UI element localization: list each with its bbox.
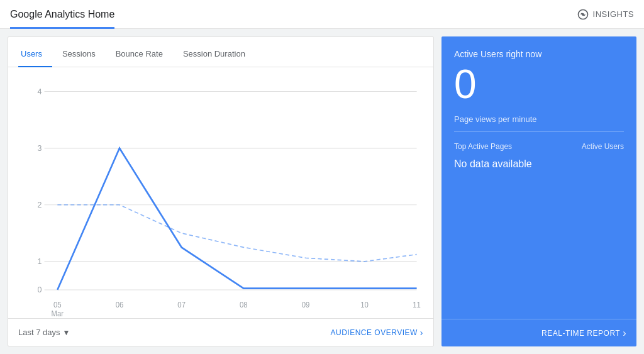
svg-text:11: 11	[413, 301, 421, 310]
top-pages-header: Top Active Pages	[454, 142, 512, 151]
svg-text:10: 10	[360, 301, 369, 310]
dropdown-arrow-icon: ▼	[63, 328, 70, 337]
svg-text:06: 06	[116, 301, 124, 310]
audience-overview-link[interactable]: AUDIENCE OVERVIEW ›	[331, 328, 423, 338]
svg-text:4: 4	[37, 87, 42, 97]
left-footer: Last 7 days ▼ AUDIENCE OVERVIEW ›	[8, 318, 433, 346]
chart-area: 4 3 2 1 0 05 Mar 06 07 08 09 10 11	[8, 67, 433, 318]
realtime-report-label: REAL-TIME REPORT	[541, 329, 620, 338]
date-range-selector[interactable]: Last 7 days ▼	[18, 328, 70, 337]
active-users-header: Active Users	[582, 142, 624, 151]
no-data-message: No data available	[454, 158, 624, 319]
chevron-right-icon-2: ›	[623, 328, 626, 339]
line-chart: 4 3 2 1 0 05 Mar 06 07 08 09 10 11	[18, 77, 423, 318]
right-footer: REAL-TIME REPORT ›	[441, 319, 636, 346]
left-panel: Users Sessions Bounce Rate Session Durat…	[8, 36, 434, 346]
date-range-label: Last 7 days	[18, 328, 60, 337]
realtime-report-link[interactable]: REAL-TIME REPORT ›	[541, 328, 626, 339]
svg-text:1: 1	[37, 257, 42, 267]
svg-text:Mar: Mar	[51, 309, 64, 318]
page-views-label: Page views per minute	[454, 114, 624, 124]
active-users-count: 0	[454, 64, 624, 104]
app-header: Google Analytics Home INSIGHTS	[0, 0, 644, 29]
tab-session-duration[interactable]: Session Duration	[173, 41, 255, 67]
right-panel: Active Users right now 0 Page views per …	[441, 36, 636, 346]
svg-text:3: 3	[37, 143, 42, 153]
insights-label: INSIGHTS	[593, 9, 634, 19]
svg-text:0: 0	[37, 285, 42, 295]
chevron-right-icon: ›	[420, 328, 423, 338]
tab-users[interactable]: Users	[18, 41, 52, 67]
main-content: Users Sessions Bounce Rate Session Durat…	[0, 29, 644, 354]
svg-text:07: 07	[177, 301, 186, 310]
svg-text:05: 05	[53, 301, 62, 310]
insights-button[interactable]: INSIGHTS	[577, 8, 634, 21]
audience-overview-label: AUDIENCE OVERVIEW	[331, 328, 418, 337]
svg-point-1	[582, 13, 584, 15]
svg-text:08: 08	[240, 301, 248, 310]
tab-sessions[interactable]: Sessions	[52, 41, 106, 67]
svg-text:09: 09	[302, 301, 310, 310]
tab-bar: Users Sessions Bounce Rate Session Durat…	[8, 37, 433, 67]
active-pages-table-header: Top Active Pages Active Users	[454, 142, 624, 151]
page-title: Google Analytics Home	[10, 9, 114, 20]
tab-bounce-rate[interactable]: Bounce Rate	[106, 41, 173, 67]
active-users-label: Active Users right now	[454, 49, 624, 59]
insights-icon	[577, 8, 589, 21]
divider-1	[454, 131, 624, 132]
svg-text:2: 2	[37, 200, 42, 210]
